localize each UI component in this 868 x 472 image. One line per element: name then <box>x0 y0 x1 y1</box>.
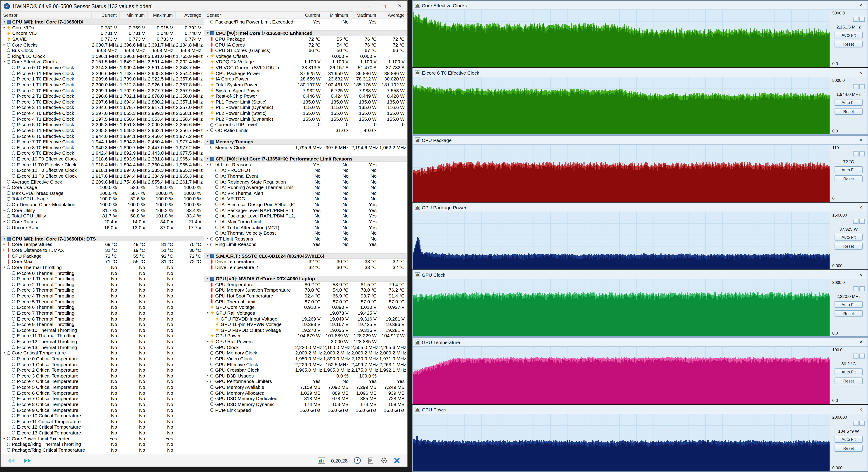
sensor-row[interactable]: On-Demand Clock Modulation100.0 %100.0 %… <box>1 202 204 207</box>
sensor-row[interactable]: GPU Video Clock1,950.0 MHz1,890.0 MHz2,1… <box>204 356 407 361</box>
maximize-button[interactable]: □ <box>377 1 392 11</box>
sensor-row[interactable]: IA: Package-Level RAPL/PBM PL1YesNoYes <box>204 207 407 213</box>
auto-fit-button[interactable]: Auto Fit <box>835 436 863 443</box>
sensor-row[interactable]: ▸Voltage Offsets0.000 V0.000 V <box>204 53 407 59</box>
auto-fit-button[interactable]: Auto Fit <box>835 369 863 375</box>
column-header-current[interactable]: Current <box>92 12 120 19</box>
column-header-current[interactable]: Current <box>295 12 323 19</box>
sensor-row[interactable]: ▸GPU D3D Usages0.0 %100.0 % <box>204 373 407 379</box>
sensor-row[interactable]: Uncore Ratio16.0 x13.0 x37.0 x17.7 x <box>1 224 204 230</box>
sensor-row[interactable]: ▸GPU Rail Powers3.000 W128.885 W <box>204 339 407 344</box>
sensor-row[interactable]: E-core 8 T0 Effective Clock1,940.3 MHz1,… <box>1 145 204 150</box>
sensor-row[interactable]: P-core 2 Thermal ThrottlingNoNoNo <box>1 282 204 287</box>
sensor-row[interactable]: E-core 12 T0 Effective Clock1,918.1 MHz1… <box>1 167 204 173</box>
close-icon[interactable]: ✕ <box>856 136 865 144</box>
sensor-row[interactable]: E-core 8 Critical TemperatureNoNoNo <box>1 402 204 407</box>
expand-icon[interactable]: ▸ <box>2 25 6 30</box>
sensor-row[interactable]: ▾Core Effective Clocks2,151.5 MHz1,649.2… <box>1 59 204 65</box>
sensor-row[interactable]: ▾GPU Rail Voltages19.073 V19.425 V <box>204 310 407 316</box>
sensor-row[interactable]: PCIe Link Speed16.0 GT/s16.0 GT/s16.0 GT… <box>204 407 407 413</box>
sensor-row[interactable]: Total CPU Usage100.0 %52.6 %100.0 %100.0… <box>1 196 204 202</box>
sensor-row[interactable]: P-core 4 T1 Effective Clock2,297.5 MHz1,… <box>1 116 204 122</box>
graph-mini-button[interactable] <box>853 421 859 426</box>
sensor-row[interactable]: PL1 Power Limit (Static)135.0 W135.0 W13… <box>204 99 407 105</box>
graph-mini-button[interactable] <box>860 219 865 224</box>
sensor-row[interactable]: IA: VR TDCNoNoNo <box>204 196 407 202</box>
sensor-row[interactable]: ▸Core Distance to TJMAX31 °C19 °C51 °C30… <box>1 247 204 253</box>
expand-icon[interactable]: ▸ <box>206 236 210 242</box>
auto-fit-button[interactable]: Auto Fit <box>835 32 863 38</box>
sensor-row[interactable]: P-core 5 T0 Effective Clock2,295.8 MHz1,… <box>1 122 204 127</box>
sensor-row[interactable]: VDDQ TX Voltage1.100 V1.100 V1.100 V1.10… <box>204 59 407 65</box>
close-sensors-button[interactable] <box>394 457 400 464</box>
reset-button[interactable]: Reset <box>835 445 863 452</box>
expand-icon[interactable]: ▸ <box>2 436 6 441</box>
sensor-row[interactable]: E-core 10 Critical TemperatureNoNoNo <box>1 413 204 418</box>
sensor-row[interactable]: Ring/LLC Clock1,596.1 MHz1,296.8 MHz3,69… <box>1 53 204 59</box>
sensor-row[interactable]: ▾Core Thermal ThrottlingNoNoNo <box>1 264 204 270</box>
sensor-row[interactable]: P-core 4 Critical TemperatureNoNoNo <box>1 379 204 384</box>
sensor-row[interactable]: P-core 4 T0 Effective Clock2,297.0 MHz1,… <box>1 110 204 116</box>
sensor-row[interactable]: IA: Package-Level RAPL/PBM PL2,PL3NoNoYe… <box>204 213 407 219</box>
sensor-row[interactable]: Uncore VID0.731 V0.731 V1.048 V0.748 V <box>1 31 204 36</box>
sensor-row[interactable]: ▸Core Clocks2,030.7 MHz1,396.6 MHz3,391.… <box>1 42 204 48</box>
sensor-row[interactable]: E-core 6 T0 Effective Clock1,944.0 MHz1,… <box>1 133 204 139</box>
graph-mini-button[interactable] <box>860 84 865 89</box>
graph-mini-button[interactable] <box>853 84 859 89</box>
reset-button[interactable]: Reset <box>835 243 863 250</box>
expand-icon[interactable]: ▾ <box>206 276 210 281</box>
sensor-section-header[interactable]: ▾Memory Timings <box>204 139 407 145</box>
sensor-row[interactable]: E-core 11 Thermal ThrottlingNoNoNo <box>1 333 204 339</box>
sensor-row[interactable]: E-core 9 T0 Effective Clock1,942.4 MHz1,… <box>1 150 204 156</box>
clock-button[interactable] <box>353 457 361 464</box>
expand-icon[interactable]: ▾ <box>2 264 6 270</box>
sensor-row[interactable]: GPU 16-pin HVPWR Voltage19.383 V19.167 V… <box>204 321 407 327</box>
column-header-average[interactable]: Average <box>176 12 204 19</box>
sensor-row[interactable]: P-core 5 Thermal ThrottlingNoNoNo <box>1 298 204 304</box>
graph-title-bar[interactable]: E-core 6 T0 Effective Clock✕ <box>413 68 868 77</box>
sensor-row[interactable]: ▾IA Limit ReasonsYesNoYes <box>204 162 407 167</box>
expand-icon[interactable]: ▾ <box>2 237 6 241</box>
auto-fit-button[interactable]: Auto Fit <box>835 234 863 241</box>
graph-title-bar[interactable]: CPU Package✕ <box>413 136 868 145</box>
reset-button[interactable]: Reset <box>835 378 863 384</box>
close-icon[interactable]: ✕ <box>856 271 865 278</box>
sensor-row[interactable]: GPU FBVDD Input Voltage19.269 V19.049 V1… <box>204 316 407 321</box>
sensor-row[interactable]: VR VCC Current (SVID IOUT)38.813 A26.157… <box>204 65 407 70</box>
column-header-sensor[interactable]: Sensor <box>1 12 92 19</box>
sensor-row[interactable]: IA: Turbo Attenuation (MCT)NoNoYes <box>204 224 407 230</box>
sensor-row[interactable]: P-core 2 Critical TemperatureNoNoNo <box>1 367 204 373</box>
reset-button[interactable]: Reset <box>835 41 863 48</box>
graph-mini-button[interactable] <box>860 17 865 22</box>
sensor-row[interactable]: E-core 10 Thermal ThrottlingNoNoNo <box>1 327 204 333</box>
sensor-row[interactable]: P-core 0 Thermal ThrottlingNoNoNo <box>1 270 204 276</box>
expand-icon[interactable]: ▾ <box>2 59 6 65</box>
reset-button[interactable]: Reset <box>835 310 863 317</box>
sensor-row[interactable]: Memory Clock1,795.6 MHz997.6 MHz2,194.6 … <box>204 145 407 150</box>
column-header-maximum[interactable]: Maximum <box>148 12 176 19</box>
expand-icon[interactable]: ▾ <box>206 253 210 258</box>
sensor-row[interactable]: Package/Ring Critical TemperatureNoNoNo <box>1 447 204 453</box>
sensor-row[interactable]: ▸GT Limit ReasonsNoNoNo <box>204 236 407 242</box>
graph-mini-button[interactable] <box>853 17 859 22</box>
settings-button[interactable] <box>380 457 388 464</box>
sensor-row[interactable]: P-core 2 T1 Effective Clock2,298.6 MHz1,… <box>1 93 204 99</box>
sensor-row[interactable]: P-core 5 Critical TemperatureNoNoNo <box>1 384 204 390</box>
sensor-row[interactable]: P-core 1 T1 Effective Clock2,300.0 MHz1,… <box>1 82 204 88</box>
sensor-row[interactable]: ▸Core Ratios20.4 x14.0 x34.0 x21.4 x <box>1 219 204 224</box>
graph-mini-button[interactable] <box>860 152 865 156</box>
sensor-row[interactable]: ▸Core Utility81.7 %66.2 %109.2 %83.4 % <box>1 207 204 213</box>
next-page-button[interactable] <box>21 456 33 465</box>
sensor-row[interactable]: E-core 7 T0 Effective Clock1,944.1 MHz1,… <box>1 139 204 145</box>
close-icon[interactable]: ✕ <box>856 204 865 211</box>
sensor-row[interactable]: Total System Power180.197 W102.461 W185.… <box>204 82 407 88</box>
sensor-row[interactable]: E-core 13 Thermal ThrottlingNoNoNo <box>1 344 204 350</box>
graph-mini-button[interactable] <box>853 286 859 291</box>
sensor-row[interactable]: GPU Memory Junction Temperature78.0 °C54… <box>204 287 407 293</box>
sensor-row[interactable]: Drive Temperature 232 °C30 °C33 °C32 °C <box>204 264 407 270</box>
graph-mini-button[interactable] <box>853 353 859 358</box>
graph-plot[interactable] <box>413 10 830 67</box>
close-button[interactable]: ✕ <box>392 1 407 11</box>
sensor-row[interactable]: IA Cores Power28.659 W23.632 W78.312 W30… <box>204 76 407 82</box>
graph-mini-button[interactable] <box>853 152 859 156</box>
